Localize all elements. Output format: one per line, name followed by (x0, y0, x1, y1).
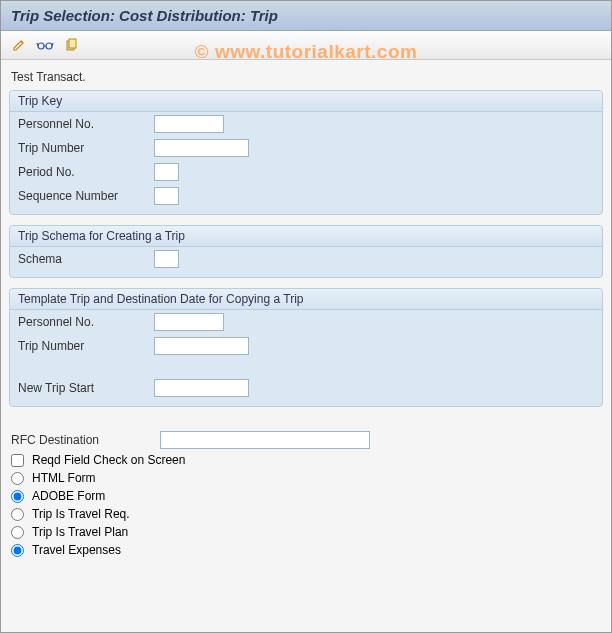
pencil-icon (12, 38, 26, 52)
label-trip-travel-plan: Trip Is Travel Plan (32, 525, 128, 539)
input-sequence-number[interactable] (154, 187, 179, 205)
label-html-form: HTML Form (32, 471, 96, 485)
row-trip-travel-req: Trip Is Travel Req. (9, 505, 603, 523)
edit-button[interactable] (9, 35, 29, 55)
label-trip-number: Trip Number (18, 141, 148, 155)
glasses-icon (36, 39, 54, 51)
checkbox-reqd-field-check[interactable] (11, 454, 24, 467)
input-template-personnel-no[interactable] (154, 313, 224, 331)
display-button[interactable] (35, 35, 55, 55)
spacer-row (10, 358, 602, 376)
page-title: Trip Selection: Cost Distribution: Trip (1, 1, 611, 31)
input-rfc-destination[interactable] (160, 431, 370, 449)
label-travel-expenses: Travel Expenses (32, 543, 121, 557)
radio-html-form[interactable] (11, 472, 24, 485)
label-template-personnel-no: Personnel No. (18, 315, 148, 329)
row-trip-travel-plan: Trip Is Travel Plan (9, 523, 603, 541)
content-area: Test Transact. Trip Key Personnel No. Tr… (1, 60, 611, 567)
group-template-trip: Template Trip and Destination Date for C… (9, 288, 603, 407)
group-title-trip-schema: Trip Schema for Creating a Trip (10, 226, 602, 247)
row-schema: Schema (10, 247, 602, 271)
copy-icon (64, 38, 78, 52)
subheader: Test Transact. (9, 68, 603, 90)
label-schema: Schema (18, 252, 148, 266)
row-template-personnel-no: Personnel No. (10, 310, 602, 334)
row-sequence-number: Sequence Number (10, 184, 602, 208)
group-trip-schema: Trip Schema for Creating a Trip Schema (9, 225, 603, 278)
radio-trip-travel-req[interactable] (11, 508, 24, 521)
row-html-form: HTML Form (9, 469, 603, 487)
label-template-trip-number: Trip Number (18, 339, 148, 353)
svg-point-0 (38, 43, 44, 49)
row-adobe-form: ADOBE Form (9, 487, 603, 505)
radio-adobe-form[interactable] (11, 490, 24, 503)
radio-trip-travel-plan[interactable] (11, 526, 24, 539)
row-trip-number: Trip Number (10, 136, 602, 160)
label-rfc-destination: RFC Destination (11, 433, 156, 447)
input-personnel-no[interactable] (154, 115, 224, 133)
row-template-trip-number: Trip Number (10, 334, 602, 358)
row-new-trip-start: New Trip Start (10, 376, 602, 400)
svg-point-1 (46, 43, 52, 49)
label-new-trip-start: New Trip Start (18, 381, 148, 395)
row-period-no: Period No. (10, 160, 602, 184)
toolbar (1, 31, 611, 60)
label-reqd-field-check: Reqd Field Check on Screen (32, 453, 185, 467)
input-trip-number[interactable] (154, 139, 249, 157)
group-trip-key: Trip Key Personnel No. Trip Number Perio… (9, 90, 603, 215)
row-reqd-field-check: Reqd Field Check on Screen (9, 451, 603, 469)
label-sequence-number: Sequence Number (18, 189, 148, 203)
radio-travel-expenses[interactable] (11, 544, 24, 557)
group-title-trip-key: Trip Key (10, 91, 602, 112)
label-period-no: Period No. (18, 165, 148, 179)
label-personnel-no: Personnel No. (18, 117, 148, 131)
row-travel-expenses: Travel Expenses (9, 541, 603, 559)
copy-button[interactable] (61, 35, 81, 55)
row-personnel-no: Personnel No. (10, 112, 602, 136)
group-title-template-trip: Template Trip and Destination Date for C… (10, 289, 602, 310)
input-new-trip-start[interactable] (154, 379, 249, 397)
input-period-no[interactable] (154, 163, 179, 181)
input-template-trip-number[interactable] (154, 337, 249, 355)
row-rfc-destination: RFC Destination (9, 429, 603, 451)
label-trip-travel-req: Trip Is Travel Req. (32, 507, 130, 521)
input-schema[interactable] (154, 250, 179, 268)
label-adobe-form: ADOBE Form (32, 489, 105, 503)
svg-rect-3 (69, 39, 76, 48)
